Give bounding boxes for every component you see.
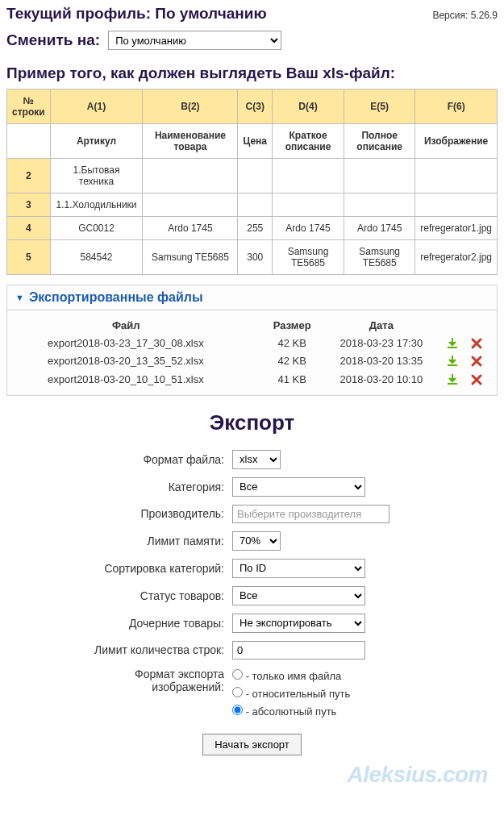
svg-rect-1 bbox=[448, 364, 457, 366]
img-opt-absolute[interactable]: - абсолютный путь bbox=[232, 703, 498, 721]
status-label: Статус товаров: bbox=[6, 589, 232, 602]
file-size: 41 KB bbox=[262, 370, 323, 389]
file-name: export2018-03-20_10_10_51.xlsx bbox=[15, 370, 262, 389]
file-size: 42 KB bbox=[262, 352, 323, 371]
table-row: 5584542Samsung TE5685300Samsung TE5685Sa… bbox=[7, 240, 498, 275]
col-b-header: B(2) bbox=[143, 89, 238, 124]
status-select[interactable]: Все bbox=[232, 586, 365, 605]
exported-files-table: Файл Размер Дата export2018-03-23_17_30_… bbox=[15, 317, 489, 389]
file-date: 2018-03-23 17:30 bbox=[323, 334, 440, 352]
memory-label: Лимит памяти: bbox=[6, 535, 232, 547]
file-name: export2018-03-23_17_30_08.xlsx bbox=[15, 334, 262, 352]
exported-files-panel: ▼ Экспортированные файлы Файл Размер Дат… bbox=[6, 285, 498, 396]
img-opt-relative[interactable]: - относительный путь bbox=[232, 685, 498, 703]
file-name: export2018-03-20_13_35_52.xlsx bbox=[15, 352, 262, 371]
img-opt-filename[interactable]: - только имя файла bbox=[232, 668, 498, 685]
file-date: 2018-03-20 10:10 bbox=[323, 370, 440, 389]
rowlimit-input[interactable] bbox=[232, 641, 365, 659]
table-row: 21.Бытовая техника bbox=[7, 159, 498, 193]
img-format-label: Формат экспорта изображений: bbox=[6, 668, 232, 693]
current-profile-label: Текущий профиль: bbox=[6, 5, 151, 22]
sort-label: Сортировка категорий: bbox=[6, 562, 232, 575]
table-row: 4GC0012Ardo 1745255Ardo 1745Ardo 1745ref… bbox=[7, 217, 498, 240]
category-label: Категория: bbox=[6, 481, 232, 493]
delete-icon[interactable] bbox=[470, 355, 483, 368]
children-label: Дочерние товары: bbox=[6, 617, 232, 630]
manufacturer-input[interactable] bbox=[232, 505, 389, 523]
export-section-title: Экспорт bbox=[6, 410, 498, 435]
category-select[interactable]: Все bbox=[232, 477, 365, 497]
format-label: Формат файла: bbox=[6, 453, 232, 466]
example-table: № строки A(1) B(2) C(3) D(4) E(5) F(6) А… bbox=[6, 89, 498, 275]
download-icon[interactable] bbox=[446, 337, 459, 350]
switch-profile-label: Сменить на: bbox=[6, 31, 100, 49]
delete-icon[interactable] bbox=[470, 337, 483, 350]
file-row: export2018-03-23_17_30_08.xlsx42 KB2018-… bbox=[15, 334, 489, 352]
chevron-down-icon: ▼ bbox=[15, 293, 24, 302]
download-icon[interactable] bbox=[446, 355, 459, 368]
download-icon[interactable] bbox=[446, 373, 459, 386]
version-text: Версия: 5.26.9 bbox=[432, 10, 498, 21]
exported-files-toggle[interactable]: ▼ Экспортированные файлы bbox=[7, 285, 497, 310]
file-date: 2018-03-20 13:35 bbox=[323, 352, 440, 371]
children-select[interactable]: Не экспортировать bbox=[232, 614, 365, 633]
col-f-header: F(6) bbox=[415, 89, 498, 124]
col-a-header: A(1) bbox=[50, 89, 143, 124]
manufacturer-label: Производитель: bbox=[6, 507, 232, 520]
col-rownum-header: № строки bbox=[7, 89, 51, 124]
sort-select[interactable]: По ID bbox=[232, 559, 365, 578]
table-row: 31.1.Холодильники bbox=[7, 193, 498, 217]
delete-icon[interactable] bbox=[470, 373, 483, 386]
col-e-header: E(5) bbox=[344, 89, 415, 124]
example-title: Пример того, как должен выглядеть Ваш xl… bbox=[6, 64, 498, 82]
svg-rect-2 bbox=[448, 383, 457, 385]
file-row: export2018-03-20_10_10_51.xlsx41 KB2018-… bbox=[15, 370, 489, 389]
start-export-button[interactable]: Начать экспорт bbox=[202, 734, 302, 755]
page-title: Текущий профиль: По умолчанию bbox=[6, 5, 267, 23]
current-profile-value: По умолчанию bbox=[155, 5, 266, 22]
format-select[interactable]: xlsx bbox=[232, 450, 281, 469]
memory-select[interactable]: 70% bbox=[232, 531, 281, 551]
file-row: export2018-03-20_13_35_52.xlsx42 KB2018-… bbox=[15, 352, 489, 371]
switch-profile-select[interactable]: По умолчанию bbox=[108, 31, 281, 50]
svg-rect-0 bbox=[448, 347, 457, 348]
rowlimit-label: Лимит количества строк: bbox=[6, 643, 232, 656]
col-c-header: C(3) bbox=[238, 89, 273, 124]
col-d-header: D(4) bbox=[272, 89, 344, 124]
file-size: 42 KB bbox=[262, 334, 323, 352]
